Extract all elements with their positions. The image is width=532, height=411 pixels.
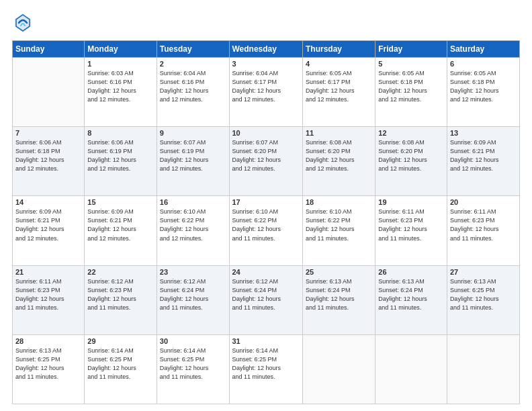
day-info: Sunrise: 6:12 AM Sunset: 6:23 PM Dayligh…: [87, 277, 153, 312]
calendar-cell: 12Sunrise: 6:08 AM Sunset: 6:20 PM Dayli…: [375, 127, 447, 196]
day-number: 26: [378, 268, 444, 276]
calendar-cell: [13, 58, 85, 127]
calendar-cell: 16Sunrise: 6:10 AM Sunset: 6:22 PM Dayli…: [157, 196, 229, 265]
day-info: Sunrise: 6:08 AM Sunset: 6:20 PM Dayligh…: [306, 138, 372, 173]
week-row-3: 21Sunrise: 6:11 AM Sunset: 6:23 PM Dayli…: [13, 265, 520, 334]
day-info: Sunrise: 6:14 AM Sunset: 6:25 PM Dayligh…: [87, 347, 153, 381]
day-number: 28: [15, 337, 81, 345]
calendar-cell: 18Sunrise: 6:10 AM Sunset: 6:22 PM Dayli…: [302, 196, 375, 265]
day-info: Sunrise: 6:10 AM Sunset: 6:22 PM Dayligh…: [306, 208, 372, 242]
day-header-tuesday: Tuesday: [157, 41, 229, 58]
day-info: Sunrise: 6:07 AM Sunset: 6:19 PM Dayligh…: [160, 138, 226, 173]
day-number: 7: [15, 129, 81, 137]
day-info: Sunrise: 6:05 AM Sunset: 6:17 PM Dayligh…: [306, 69, 372, 104]
calendar-cell: 10Sunrise: 6:07 AM Sunset: 6:20 PM Dayli…: [229, 127, 302, 196]
calendar-cell: 31Sunrise: 6:14 AM Sunset: 6:25 PM Dayli…: [229, 334, 302, 404]
day-info: Sunrise: 6:13 AM Sunset: 6:25 PM Dayligh…: [15, 347, 81, 381]
day-number: 15: [87, 198, 153, 206]
day-info: Sunrise: 6:10 AM Sunset: 6:22 PM Dayligh…: [232, 208, 300, 242]
calendar-cell: 15Sunrise: 6:09 AM Sunset: 6:21 PM Dayli…: [85, 196, 157, 265]
calendar-cell: 20Sunrise: 6:11 AM Sunset: 6:23 PM Dayli…: [447, 196, 519, 265]
calendar-cell: 9Sunrise: 6:07 AM Sunset: 6:19 PM Daylig…: [157, 127, 229, 196]
day-number: 23: [160, 268, 226, 276]
calendar-cell: 30Sunrise: 6:14 AM Sunset: 6:25 PM Dayli…: [157, 334, 229, 404]
day-info: Sunrise: 6:03 AM Sunset: 6:16 PM Dayligh…: [87, 69, 153, 104]
calendar-cell: 4Sunrise: 6:05 AM Sunset: 6:17 PM Daylig…: [302, 58, 375, 127]
day-number: 13: [450, 129, 517, 137]
calendar-cell: 8Sunrise: 6:06 AM Sunset: 6:19 PM Daylig…: [85, 127, 157, 196]
day-info: Sunrise: 6:04 AM Sunset: 6:17 PM Dayligh…: [232, 69, 300, 104]
header-row: SundayMondayTuesdayWednesdayThursdayFrid…: [13, 41, 520, 58]
day-number: 18: [306, 198, 372, 206]
day-number: 22: [87, 268, 153, 276]
calendar-cell: 22Sunrise: 6:12 AM Sunset: 6:23 PM Dayli…: [85, 265, 157, 334]
day-number: 6: [450, 60, 517, 68]
day-number: 16: [160, 198, 226, 206]
calendar-cell: 25Sunrise: 6:13 AM Sunset: 6:24 PM Dayli…: [302, 265, 375, 334]
day-info: Sunrise: 6:05 AM Sunset: 6:18 PM Dayligh…: [450, 69, 517, 104]
day-header-sunday: Sunday: [13, 41, 85, 58]
day-number: 12: [378, 129, 444, 137]
day-number: 2: [160, 60, 226, 68]
calendar-cell: 27Sunrise: 6:13 AM Sunset: 6:25 PM Dayli…: [447, 265, 519, 334]
day-header-thursday: Thursday: [302, 41, 375, 58]
day-number: 1: [87, 60, 153, 68]
day-info: Sunrise: 6:14 AM Sunset: 6:25 PM Dayligh…: [232, 347, 300, 381]
day-header-friday: Friday: [375, 41, 447, 58]
day-info: Sunrise: 6:07 AM Sunset: 6:20 PM Dayligh…: [232, 138, 300, 173]
day-info: Sunrise: 6:13 AM Sunset: 6:25 PM Dayligh…: [450, 277, 517, 312]
day-number: 11: [306, 129, 372, 137]
calendar-cell: 28Sunrise: 6:13 AM Sunset: 6:25 PM Dayli…: [13, 334, 85, 404]
day-number: 29: [87, 337, 153, 345]
calendar-cell: 7Sunrise: 6:06 AM Sunset: 6:18 PM Daylig…: [13, 127, 85, 196]
day-info: Sunrise: 6:11 AM Sunset: 6:23 PM Dayligh…: [15, 277, 81, 312]
day-info: Sunrise: 6:05 AM Sunset: 6:18 PM Dayligh…: [378, 69, 444, 104]
day-info: Sunrise: 6:09 AM Sunset: 6:21 PM Dayligh…: [15, 208, 81, 242]
day-info: Sunrise: 6:11 AM Sunset: 6:23 PM Dayligh…: [450, 208, 517, 242]
calendar-cell: 26Sunrise: 6:13 AM Sunset: 6:24 PM Dayli…: [375, 265, 447, 334]
day-number: 31: [232, 337, 300, 345]
calendar-cell: 21Sunrise: 6:11 AM Sunset: 6:23 PM Dayli…: [13, 265, 85, 334]
day-number: 14: [15, 198, 81, 206]
calendar-table: SundayMondayTuesdayWednesdayThursdayFrid…: [12, 40, 520, 404]
day-info: Sunrise: 6:12 AM Sunset: 6:24 PM Dayligh…: [160, 277, 226, 312]
calendar-cell: 11Sunrise: 6:08 AM Sunset: 6:20 PM Dayli…: [302, 127, 375, 196]
calendar-cell: 13Sunrise: 6:09 AM Sunset: 6:21 PM Dayli…: [447, 127, 519, 196]
day-number: 25: [306, 268, 372, 276]
calendar-cell: 5Sunrise: 6:05 AM Sunset: 6:18 PM Daylig…: [375, 58, 447, 127]
day-number: 5: [378, 60, 444, 68]
day-header-wednesday: Wednesday: [229, 41, 302, 58]
day-info: Sunrise: 6:13 AM Sunset: 6:24 PM Dayligh…: [306, 277, 372, 312]
day-info: Sunrise: 6:04 AM Sunset: 6:16 PM Dayligh…: [160, 69, 226, 104]
day-number: 30: [160, 337, 226, 345]
week-row-1: 7Sunrise: 6:06 AM Sunset: 6:18 PM Daylig…: [13, 127, 520, 196]
week-row-2: 14Sunrise: 6:09 AM Sunset: 6:21 PM Dayli…: [13, 196, 520, 265]
day-number: 19: [378, 198, 444, 206]
calendar-cell: 23Sunrise: 6:12 AM Sunset: 6:24 PM Dayli…: [157, 265, 229, 334]
day-info: Sunrise: 6:08 AM Sunset: 6:20 PM Dayligh…: [378, 138, 444, 173]
calendar-cell: 14Sunrise: 6:09 AM Sunset: 6:21 PM Dayli…: [13, 196, 85, 265]
day-number: 20: [450, 198, 517, 206]
calendar-cell: 17Sunrise: 6:10 AM Sunset: 6:22 PM Dayli…: [229, 196, 302, 265]
day-info: Sunrise: 6:10 AM Sunset: 6:22 PM Dayligh…: [160, 208, 226, 242]
calendar-cell: 6Sunrise: 6:05 AM Sunset: 6:18 PM Daylig…: [447, 58, 519, 127]
day-number: 21: [15, 268, 81, 276]
calendar-cell: 1Sunrise: 6:03 AM Sunset: 6:16 PM Daylig…: [85, 58, 157, 127]
calendar-cell: [447, 334, 519, 404]
day-number: 27: [450, 268, 517, 276]
day-info: Sunrise: 6:13 AM Sunset: 6:24 PM Dayligh…: [378, 277, 444, 312]
day-info: Sunrise: 6:12 AM Sunset: 6:24 PM Dayligh…: [232, 277, 300, 312]
calendar-cell: 29Sunrise: 6:14 AM Sunset: 6:25 PM Dayli…: [85, 334, 157, 404]
calendar-cell: 2Sunrise: 6:04 AM Sunset: 6:16 PM Daylig…: [157, 58, 229, 127]
day-info: Sunrise: 6:09 AM Sunset: 6:21 PM Dayligh…: [450, 138, 517, 173]
calendar-cell: 19Sunrise: 6:11 AM Sunset: 6:23 PM Dayli…: [375, 196, 447, 265]
logo-icon: [12, 12, 34, 34]
calendar-cell: [375, 334, 447, 404]
day-info: Sunrise: 6:06 AM Sunset: 6:18 PM Dayligh…: [15, 138, 81, 173]
day-number: 9: [160, 129, 226, 137]
week-row-4: 28Sunrise: 6:13 AM Sunset: 6:25 PM Dayli…: [13, 334, 520, 404]
day-info: Sunrise: 6:09 AM Sunset: 6:21 PM Dayligh…: [87, 208, 153, 242]
calendar-cell: 3Sunrise: 6:04 AM Sunset: 6:17 PM Daylig…: [229, 58, 302, 127]
day-header-saturday: Saturday: [447, 41, 519, 58]
calendar-cell: 24Sunrise: 6:12 AM Sunset: 6:24 PM Dayli…: [229, 265, 302, 334]
